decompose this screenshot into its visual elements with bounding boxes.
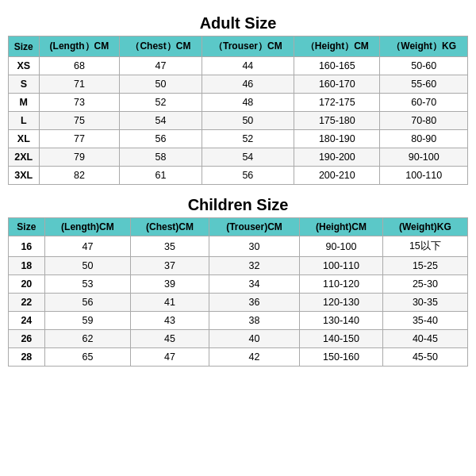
data-cell: 30-35 xyxy=(382,294,467,312)
data-cell: 40-45 xyxy=(382,330,467,348)
data-cell: 75 xyxy=(39,112,120,130)
data-cell: 62 xyxy=(44,330,130,348)
data-cell: 56 xyxy=(44,294,130,312)
data-cell: 65 xyxy=(44,348,130,367)
table-row: 18503732100-11015-25 xyxy=(9,257,468,275)
data-cell: 39 xyxy=(131,275,209,294)
size-cell: 16 xyxy=(9,236,45,257)
adult-col-header: （Chest）CM xyxy=(120,36,202,57)
data-cell: 80-90 xyxy=(380,130,468,148)
data-cell: 54 xyxy=(120,112,202,130)
table-row: 22564136120-13030-35 xyxy=(9,294,468,312)
data-cell: 120-130 xyxy=(300,294,383,312)
size-cell: 20 xyxy=(9,275,45,294)
size-cell: 18 xyxy=(9,257,45,275)
data-cell: 44 xyxy=(202,57,294,75)
table-row: S715046160-17055-60 xyxy=(9,75,468,94)
data-cell: 150-160 xyxy=(300,348,383,367)
data-cell: 32 xyxy=(209,257,299,275)
data-cell: 71 xyxy=(39,75,120,94)
data-cell: 34 xyxy=(209,275,299,294)
data-cell: 90-100 xyxy=(300,236,383,257)
data-cell: 180-190 xyxy=(294,130,380,148)
data-cell: 160-170 xyxy=(294,75,380,94)
data-cell: 190-200 xyxy=(294,148,380,167)
data-cell: 50 xyxy=(44,257,130,275)
data-cell: 110-120 xyxy=(300,275,383,294)
data-cell: 160-165 xyxy=(294,57,380,75)
data-cell: 52 xyxy=(202,130,294,148)
data-cell: 50 xyxy=(120,75,202,94)
data-cell: 15-25 xyxy=(382,257,467,275)
data-cell: 36 xyxy=(209,294,299,312)
children-size-table: Size(Length)CM(Chest)CM(Trouser)CM(Heigh… xyxy=(8,217,468,367)
children-col-header: (Chest)CM xyxy=(131,218,209,236)
children-col-header: (Trouser)CM xyxy=(209,218,299,236)
size-cell: L xyxy=(9,112,40,130)
table-row: 26624540140-15040-45 xyxy=(9,330,468,348)
size-cell: XS xyxy=(9,57,40,75)
table-row: 1647353090-10015以下 xyxy=(9,236,468,257)
table-row: 3XL826156200-210100-110 xyxy=(9,167,468,185)
data-cell: 40 xyxy=(209,330,299,348)
children-col-header: (Height)CM xyxy=(300,218,383,236)
table-row: XS684744160-16550-60 xyxy=(9,57,468,75)
data-cell: 50-60 xyxy=(380,57,468,75)
size-cell: 26 xyxy=(9,330,45,348)
adult-col-header: (Length）CM xyxy=(39,36,120,57)
data-cell: 25-30 xyxy=(382,275,467,294)
children-size-title: Children Size xyxy=(188,196,289,214)
adult-col-header: （Height）CM xyxy=(294,36,380,57)
data-cell: 35-40 xyxy=(382,312,467,330)
size-cell: 28 xyxy=(9,348,45,367)
table-row: 28654742150-16045-50 xyxy=(9,348,468,367)
data-cell: 35 xyxy=(131,236,209,257)
adult-col-header: （Trouser）CM xyxy=(202,36,294,57)
data-cell: 58 xyxy=(120,148,202,167)
data-cell: 55-60 xyxy=(380,75,468,94)
children-col-header: (Length)CM xyxy=(44,218,130,236)
data-cell: 46 xyxy=(202,75,294,94)
data-cell: 140-150 xyxy=(300,330,383,348)
adult-size-table: Size(Length）CM（Chest）CM（Trouser）CM（Heigh… xyxy=(8,36,468,185)
data-cell: 45 xyxy=(131,330,209,348)
size-cell: S xyxy=(9,75,40,94)
data-cell: 59 xyxy=(44,312,130,330)
data-cell: 53 xyxy=(44,275,130,294)
data-cell: 56 xyxy=(120,130,202,148)
children-col-header: (Weight)KG xyxy=(382,218,467,236)
data-cell: 41 xyxy=(131,294,209,312)
size-cell: 24 xyxy=(9,312,45,330)
data-cell: 200-210 xyxy=(294,167,380,185)
data-cell: 15以下 xyxy=(382,236,467,257)
table-row: L755450175-18070-80 xyxy=(9,112,468,130)
size-cell: 22 xyxy=(9,294,45,312)
table-row: M735248172-17560-70 xyxy=(9,94,468,112)
data-cell: 90-100 xyxy=(380,148,468,167)
data-cell: 79 xyxy=(39,148,120,167)
data-cell: 68 xyxy=(39,57,120,75)
data-cell: 77 xyxy=(39,130,120,148)
table-row: 20533934110-12025-30 xyxy=(9,275,468,294)
data-cell: 56 xyxy=(202,167,294,185)
data-cell: 38 xyxy=(209,312,299,330)
table-row: XL775652180-19080-90 xyxy=(9,130,468,148)
data-cell: 47 xyxy=(120,57,202,75)
data-cell: 47 xyxy=(131,348,209,367)
data-cell: 42 xyxy=(209,348,299,367)
data-cell: 37 xyxy=(131,257,209,275)
data-cell: 100-110 xyxy=(380,167,468,185)
adult-col-header: Size xyxy=(9,36,40,57)
data-cell: 52 xyxy=(120,94,202,112)
data-cell: 82 xyxy=(39,167,120,185)
data-cell: 60-70 xyxy=(380,94,468,112)
data-cell: 70-80 xyxy=(380,112,468,130)
table-row: 2XL795854190-20090-100 xyxy=(9,148,468,167)
children-col-header: Size xyxy=(9,218,45,236)
data-cell: 61 xyxy=(120,167,202,185)
size-cell: XL xyxy=(9,130,40,148)
data-cell: 30 xyxy=(209,236,299,257)
data-cell: 100-110 xyxy=(300,257,383,275)
data-cell: 43 xyxy=(131,312,209,330)
data-cell: 50 xyxy=(202,112,294,130)
